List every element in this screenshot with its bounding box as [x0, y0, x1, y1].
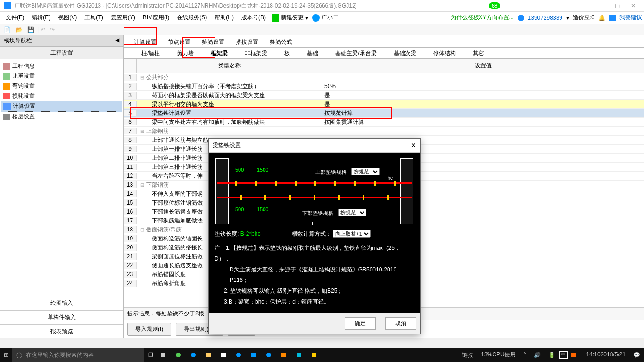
- account-phone[interactable]: 13907298339: [528, 15, 562, 21]
- app-icon[interactable]: [308, 348, 323, 362]
- volume-icon[interactable]: 🔊: [530, 352, 545, 358]
- subtab-nonframe-beam[interactable]: 非框架梁: [236, 48, 276, 58]
- menu-file[interactable]: 文件(F): [2, 12, 28, 24]
- dialog-close-icon[interactable]: ✕: [411, 141, 416, 149]
- user-name[interactable]: 广小二: [322, 14, 339, 22]
- app-icon[interactable]: [172, 348, 187, 362]
- close-button[interactable]: ✕: [626, 2, 640, 9]
- open-icon[interactable]: 📂: [14, 25, 25, 34]
- help-hint-link[interactable]: 为什么筏板XY方向布置...: [451, 14, 514, 22]
- new-change-label[interactable]: 新建变更: [281, 14, 304, 22]
- cancel-button[interactable]: 取消: [385, 317, 416, 330]
- app-icon[interactable]: [157, 348, 172, 362]
- app-icon[interactable]: [232, 348, 248, 362]
- action-center-icon[interactable]: 💬: [629, 352, 644, 358]
- sidebar-draw-input[interactable]: 绘图输入: [0, 296, 123, 310]
- new-change-icon[interactable]: [272, 14, 279, 22]
- row-value[interactable]: 按图集贯通计算: [322, 118, 644, 126]
- redo-icon[interactable]: ↷: [48, 25, 57, 34]
- table-row[interactable]: 1⊟公共部分: [124, 73, 644, 82]
- sidebar-item-project-info[interactable]: 工程信息: [1, 61, 122, 71]
- tab-stirrup-formula[interactable]: 箍筋公式: [264, 36, 298, 47]
- save-icon[interactable]: 💾: [25, 25, 36, 34]
- sidebar-report-preview[interactable]: 报表预览: [0, 324, 123, 338]
- row-value[interactable]: 50%: [322, 83, 644, 90]
- bell-icon[interactable]: 🔔: [598, 15, 605, 21]
- subtab-foundation-subbeam[interactable]: 基础次梁: [385, 48, 425, 58]
- nav-collapse-icon[interactable]: ◀: [115, 37, 119, 45]
- app-icon[interactable]: [263, 348, 278, 362]
- tab-node-settings[interactable]: 节点设置: [162, 36, 196, 47]
- network-link-label[interactable]: 链接: [458, 351, 477, 359]
- subtab-masonry[interactable]: 砌体结构: [425, 48, 464, 58]
- sogou-icon[interactable]: [568, 353, 583, 357]
- menu-online[interactable]: 在线服务(S): [173, 12, 211, 24]
- menu-cloud[interactable]: 云应用(Y): [107, 12, 139, 24]
- app-icon[interactable]: [187, 348, 202, 362]
- subtab-shearwall[interactable]: 剪力墙: [168, 48, 202, 58]
- sidebar-item-floor[interactable]: 楼层设置: [1, 112, 122, 122]
- subtab-other[interactable]: 其它: [464, 48, 493, 58]
- table-row[interactable]: 6梁中间支座处左右均有加腋时，加腋钢筋做法按图集贯通计算: [124, 118, 644, 127]
- sidebar-item-loss[interactable]: 损耗设置: [1, 91, 122, 101]
- sidebar-item-weight[interactable]: 比重设置: [1, 71, 122, 81]
- user-avatar-icon[interactable]: [312, 14, 320, 22]
- row-value[interactable]: 按规范计算: [322, 109, 644, 117]
- collapse-icon[interactable]: ⊟: [140, 182, 144, 188]
- app-icon[interactable]: [217, 348, 232, 362]
- clock[interactable]: 14:102018/5/21: [583, 352, 629, 358]
- battery-icon[interactable]: 🔋: [545, 352, 559, 358]
- column-shape: [215, 158, 229, 224]
- cpu-widget[interactable]: 13%CPU使用: [477, 352, 519, 358]
- count-mode-select[interactable]: 向上取整+1: [333, 230, 371, 238]
- collapse-icon[interactable]: ⊟: [140, 129, 144, 134]
- menu-bim[interactable]: BIM应用(I): [139, 12, 173, 24]
- tray-up-icon[interactable]: ˄: [520, 352, 530, 358]
- table-row[interactable]: 5梁垫铁计算设置按规范计算: [124, 109, 644, 118]
- ime-indicator[interactable]: 中: [559, 351, 568, 359]
- subtab-foundation-mainbeam[interactable]: 基础主梁/承台梁: [327, 48, 385, 58]
- bot-spec-select[interactable]: 按规范: [338, 209, 366, 216]
- menu-version[interactable]: 版本号(B): [238, 12, 270, 24]
- menu-help[interactable]: 帮助(H): [211, 12, 238, 24]
- taskview-icon[interactable]: ❐: [144, 348, 157, 362]
- sidebar-item-calc-settings[interactable]: 计算设置: [1, 101, 122, 112]
- subtab-column[interactable]: 柱/墙柱: [133, 48, 168, 58]
- maximize-button[interactable]: ▢: [611, 2, 625, 9]
- app-icon[interactable]: [202, 348, 217, 362]
- tab-stirrup-settings[interactable]: 箍筋设置: [196, 36, 230, 47]
- ok-button[interactable]: 确定: [345, 317, 376, 330]
- app-icon[interactable]: [293, 348, 308, 362]
- collapse-icon[interactable]: ⊟: [140, 75, 144, 80]
- top-spec-select[interactable]: 按规范: [351, 168, 380, 175]
- menu-edit[interactable]: 编辑(E): [28, 12, 54, 24]
- import-rules-button[interactable]: 导入规则(I): [127, 323, 171, 336]
- new-icon[interactable]: 📄: [2, 25, 13, 34]
- row-value[interactable]: 是: [322, 91, 644, 99]
- table-row[interactable]: 3截面小的框架梁是否以截面大的框架梁为支座是: [124, 91, 644, 100]
- feedback-link[interactable]: 我要建议: [619, 14, 642, 22]
- notice-badge[interactable]: 68: [489, 2, 500, 9]
- sidebar-item-hook[interactable]: 弯钩设置: [1, 81, 122, 91]
- taskbar-search[interactable]: ◯ 在这里输入你要搜索的内容: [12, 348, 144, 362]
- tab-lap-settings[interactable]: 搭接设置: [230, 36, 264, 47]
- subtab-frame-beam[interactable]: 框架梁: [202, 48, 236, 58]
- table-row[interactable]: 4梁以平行相交的墙为支座是: [124, 100, 644, 109]
- table-row[interactable]: 7⊟上部钢筋: [124, 127, 644, 136]
- subtab-foundation[interactable]: 基础: [298, 48, 327, 58]
- menu-tools[interactable]: 工具(T): [81, 12, 107, 24]
- undo-icon[interactable]: ↶: [39, 25, 47, 34]
- sidebar-single-input[interactable]: 单构件输入: [0, 310, 123, 324]
- subtab-slab[interactable]: 板: [276, 48, 298, 58]
- menu-view[interactable]: 视图(V): [54, 12, 81, 24]
- row-value[interactable]: 是: [322, 100, 644, 108]
- start-button[interactable]: ⊞: [0, 348, 12, 362]
- app-icon[interactable]: [278, 348, 293, 362]
- minimize-button[interactable]: —: [594, 2, 609, 9]
- table-row[interactable]: 2纵筋搭接接头错开百分率（不考虑架立筋）50%: [124, 82, 644, 91]
- collapse-icon[interactable]: ⊟: [140, 227, 144, 232]
- app-icon[interactable]: [248, 348, 263, 362]
- zaojia-credit[interactable]: 造价豆:0: [573, 14, 594, 22]
- dialog-titlebar[interactable]: 梁垫铁设置 ✕: [209, 139, 420, 153]
- tab-calc-settings[interactable]: 计算设置: [128, 36, 162, 47]
